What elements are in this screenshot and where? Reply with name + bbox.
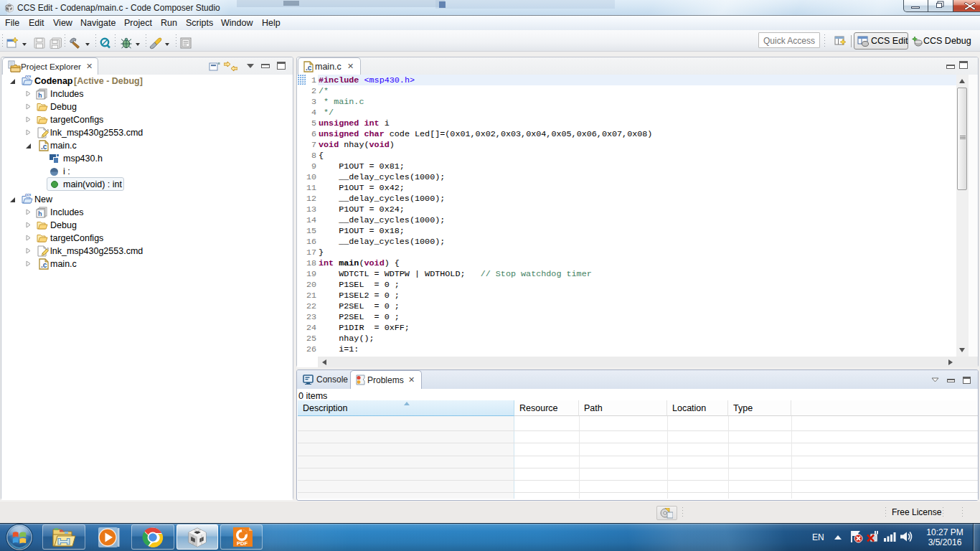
svg-text:PDF: PDF: [237, 540, 248, 547]
